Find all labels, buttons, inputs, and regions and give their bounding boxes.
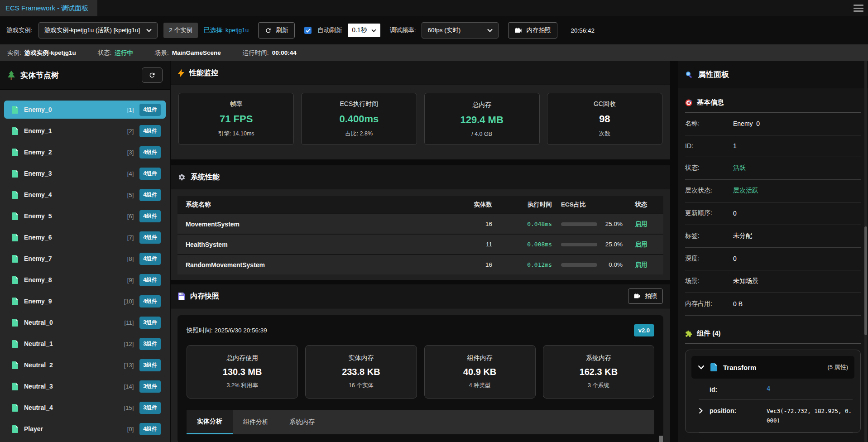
auto-refresh-checkbox[interactable] (304, 27, 312, 34)
entity-row[interactable]: Neutral_0 [11] 3组件 (4, 313, 166, 332)
system-row: HealthSystem 11 0.008ms 25.0% 启用 (177, 234, 663, 254)
entity-row[interactable]: Enemy_4 [5] 4组件 (4, 186, 166, 204)
right-panel-scrollbar-thumb[interactable] (864, 226, 867, 335)
file-icon (12, 383, 18, 390)
property-row: 状态: 活跃 (685, 157, 861, 180)
auto-refresh-label: 自动刷新 (317, 26, 342, 34)
main-scrollbar-thumb[interactable] (659, 436, 663, 442)
entity-row[interactable]: Enemy_5 [6] 4组件 (4, 207, 166, 225)
status-instance-label: 实例: (7, 49, 21, 57)
refresh-button[interactable]: 刷新 (258, 22, 295, 38)
entity-name: Enemy_2 (24, 149, 52, 156)
file-icon (12, 298, 18, 305)
clock-time: 20:56:42 (571, 27, 595, 34)
property-row: 内存占用: 0 B (685, 293, 861, 316)
memory-snapshot-button[interactable]: 内存拍照 (508, 22, 557, 38)
entity-row[interactable]: Enemy_8 [9] 4组件 (4, 271, 166, 289)
property-label: 状态: (685, 164, 733, 172)
file-icon (12, 361, 18, 369)
memory-card-value: 40.9 KB (463, 367, 496, 377)
entity-row[interactable]: Enemy_6 [7] 4组件 (4, 228, 166, 246)
entity-index: [7] (127, 234, 134, 241)
file-icon (12, 106, 18, 114)
analysis-tab[interactable]: 系统内存 (279, 410, 325, 434)
component-name: Transform (723, 364, 756, 371)
component-prop-row-position: position: Vec3(-72.732, 182.925, 0.000) (699, 400, 853, 432)
entity-row[interactable]: Enemy_0 [1] 4组件 (4, 101, 166, 119)
entity-component-badge: 4组件 (139, 125, 161, 137)
entity-row[interactable]: Enemy_2 [3] 4组件 (4, 143, 166, 161)
title-bar: ECS Framework - 调试面板 (0, 0, 868, 16)
property-row: ID: 1 (685, 135, 861, 157)
debug-freq-select[interactable]: 60fps (实时) (422, 22, 499, 38)
property-label: 内存占用: (685, 300, 733, 308)
entity-name: Enemy_7 (24, 255, 52, 262)
app-title-tab: ECS Framework - 调试面板 (0, 0, 97, 16)
component-card-header[interactable]: Transform (5 属性) (691, 356, 854, 379)
entity-row[interactable]: Enemy_3 [4] 4组件 (4, 164, 166, 183)
memory-card: 实体内存 233.8 KB 16 个实体 (305, 345, 417, 399)
entity-tree-refresh-button[interactable] (142, 67, 163, 83)
analysis-tab[interactable]: 组件分析 (233, 410, 279, 434)
memory-card-sub: 3.2% 利用率 (226, 382, 258, 389)
analysis-tab[interactable]: 实体分析 (187, 410, 233, 434)
entity-component-badge: 4组件 (139, 104, 161, 116)
spacer (699, 385, 710, 386)
snapshot-version-badge: v2.0 (634, 324, 654, 336)
memory-cards: 总内存使用 130.3 MB 3.2% 利用率 实体内存 233.8 KB 16… (187, 345, 654, 399)
component-prop-count: (5 属性) (828, 363, 849, 371)
stat-card-sub: 次数 (599, 130, 610, 138)
entity-row[interactable]: Enemy_7 [8] 4组件 (4, 250, 166, 268)
entity-row[interactable]: Enemy_9 [10] 4组件 (4, 292, 166, 310)
tree-icon (7, 71, 15, 80)
status-state: 状态: 运行中 (98, 49, 133, 57)
systems-table-header: 系统名称 实体数 执行时间 ECS占比 状态 (177, 196, 663, 213)
system-name: RandomMovementSystem (186, 261, 451, 269)
memory-section-header: 内存快照 拍照 (171, 284, 670, 308)
entity-name: Neutral_1 (24, 340, 53, 347)
memory-card-value: 130.3 MB (223, 367, 262, 377)
entity-index: [8] (127, 255, 134, 262)
refresh-button-label: 刷新 (276, 26, 288, 34)
memory-card: 总内存使用 130.3 MB 3.2% 利用率 (187, 345, 298, 399)
analysis-tabs: 实体分析 组件分析 系统内存 (187, 410, 654, 434)
status-scene: 场景: MainGameScene (155, 49, 221, 57)
entity-row[interactable]: Player [0] 4组件 (4, 420, 166, 438)
entity-component-badge: 4组件 (139, 274, 161, 286)
lightning-icon (178, 69, 184, 77)
stat-card-label: ECS执行时间 (340, 100, 378, 108)
take-snapshot-button[interactable]: 拍照 (628, 288, 663, 304)
entity-component-badge: 3组件 (139, 317, 161, 329)
entity-index: [3] (127, 149, 134, 156)
property-label: 标签: (685, 232, 733, 240)
system-name: HealthSystem (186, 241, 451, 248)
status-uptime: 运行时间: 00:00:44 (243, 49, 297, 57)
entity-name: Enemy_6 (24, 234, 52, 241)
entity-row[interactable]: Neutral_4 [15] 3组件 (4, 399, 166, 417)
system-row: MovementSystem 16 0.048ms 25.0% 启用 (177, 213, 663, 234)
performance-section-title: 性能监控 (189, 68, 218, 78)
entity-row[interactable]: Neutral_2 [13] 3组件 (4, 356, 166, 374)
performance-section-header: 性能监控 (171, 61, 670, 85)
instance-label: 游戏实例: (6, 26, 33, 34)
file-icon (12, 149, 18, 156)
menu-icon[interactable] (854, 5, 863, 12)
stat-card: ECS执行时间 0.400ms 占比: 2.8% (301, 93, 417, 145)
entity-row[interactable]: Enemy_1 [2] 4组件 (4, 122, 166, 140)
system-entity-count: 11 (451, 241, 492, 248)
chevron-down-icon (698, 365, 705, 370)
instance-select[interactable]: 游戏实例-kpetjg1u (活跃) [kpetjg1u] (38, 22, 158, 38)
properties-panel-title: 属性面板 (698, 69, 729, 80)
stat-card-label: 帧率 (230, 100, 243, 108)
performance-section-body: 帧率 71 FPS 引擎: 14.10ms ECS执行时间 0.400ms 占比… (171, 85, 670, 159)
entity-name: Neutral_0 (24, 319, 53, 326)
file-icon (12, 276, 18, 284)
chevron-right-icon[interactable] (699, 406, 710, 414)
entity-row[interactable]: Neutral_1 [12] 3组件 (4, 335, 166, 353)
status-state-value: 运行中 (115, 49, 134, 57)
interval-select[interactable]: 0.1秒 (348, 24, 380, 37)
entity-index: [15] (124, 404, 134, 411)
analysis-tab-label: 组件分析 (243, 418, 269, 426)
entity-component-badge: 3组件 (139, 402, 161, 414)
entity-row[interactable]: Neutral_3 [14] 3组件 (4, 377, 166, 395)
